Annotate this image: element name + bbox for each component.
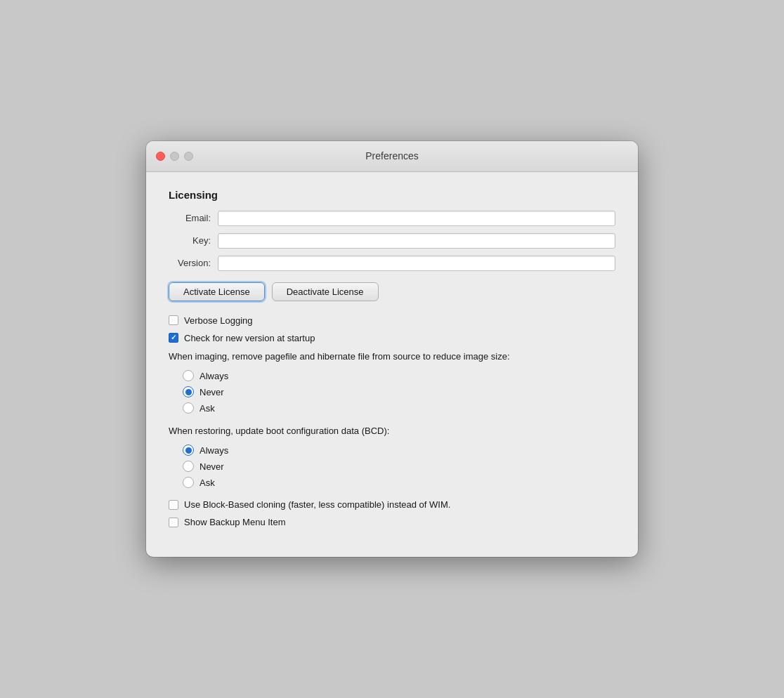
restoring-ask-row: Ask: [183, 477, 615, 488]
imaging-label: When imaging, remove pagefile and hibern…: [169, 350, 615, 363]
minimize-button[interactable]: [170, 152, 179, 161]
restoring-always-label: Always: [200, 445, 228, 456]
block-based-label: Use Block-Based cloning (faster, less co…: [184, 499, 450, 510]
settings-section: Verbose Logging Check for new version at…: [169, 315, 615, 527]
preferences-content: Licensing Email: Key: Version: Activate …: [146, 172, 638, 557]
imaging-ask-label: Ask: [200, 403, 215, 414]
version-label: Version:: [169, 258, 218, 268]
imaging-always-label: Always: [200, 371, 228, 381]
block-based-row: Use Block-Based cloning (faster, less co…: [169, 499, 615, 510]
maximize-button[interactable]: [184, 152, 193, 161]
key-label: Key:: [169, 235, 218, 246]
licensing-heading: Licensing: [169, 189, 615, 201]
check-version-row: Check for new version at startup: [169, 333, 615, 343]
restoring-always-radio[interactable]: [183, 445, 194, 456]
key-input[interactable]: [218, 233, 615, 249]
licensing-section: Licensing Email: Key: Version: Activate …: [169, 189, 615, 301]
activate-license-button[interactable]: Activate License: [169, 282, 265, 301]
restoring-never-radio[interactable]: [183, 461, 194, 472]
close-button[interactable]: [156, 152, 165, 161]
show-backup-label: Show Backup Menu Item: [184, 517, 286, 527]
imaging-always-radio[interactable]: [183, 370, 194, 381]
verbose-logging-row: Verbose Logging: [169, 315, 615, 326]
traffic-lights: [156, 152, 193, 161]
block-based-checkbox[interactable]: [169, 500, 178, 510]
restoring-ask-label: Ask: [200, 478, 215, 488]
restoring-always-row: Always: [183, 445, 615, 456]
check-version-label: Check for new version at startup: [184, 333, 315, 343]
email-group: Email:: [169, 211, 615, 226]
verbose-logging-checkbox[interactable]: [169, 315, 178, 325]
license-buttons: Activate License Deactivate License: [169, 282, 615, 301]
email-label: Email:: [169, 213, 218, 223]
imaging-never-label: Never: [200, 387, 224, 397]
imaging-always-row: Always: [183, 370, 615, 381]
show-backup-checkbox[interactable]: [169, 518, 178, 527]
restoring-label: When restoring, update boot configuratio…: [169, 425, 615, 437]
titlebar: Preferences: [146, 141, 638, 172]
key-group: Key:: [169, 233, 615, 249]
imaging-never-row: Never: [183, 386, 615, 397]
show-backup-row: Show Backup Menu Item: [169, 517, 615, 527]
restoring-radio-group: Always Never Ask: [183, 445, 615, 488]
imaging-ask-row: Ask: [183, 402, 615, 414]
window-title: Preferences: [365, 150, 418, 162]
restoring-ask-radio[interactable]: [183, 477, 194, 488]
imaging-radio-group: Always Never Ask: [183, 370, 615, 414]
deactivate-license-button[interactable]: Deactivate License: [272, 282, 379, 301]
imaging-ask-radio[interactable]: [183, 402, 194, 414]
restoring-never-row: Never: [183, 461, 615, 472]
imaging-never-radio[interactable]: [183, 386, 194, 397]
email-input[interactable]: [218, 211, 615, 226]
version-input[interactable]: [218, 256, 615, 271]
restoring-never-label: Never: [200, 461, 224, 472]
check-version-checkbox[interactable]: [169, 333, 178, 343]
verbose-logging-label: Verbose Logging: [184, 315, 253, 326]
preferences-window: Preferences Licensing Email: Key: Versio…: [146, 141, 638, 557]
version-group: Version:: [169, 256, 615, 271]
